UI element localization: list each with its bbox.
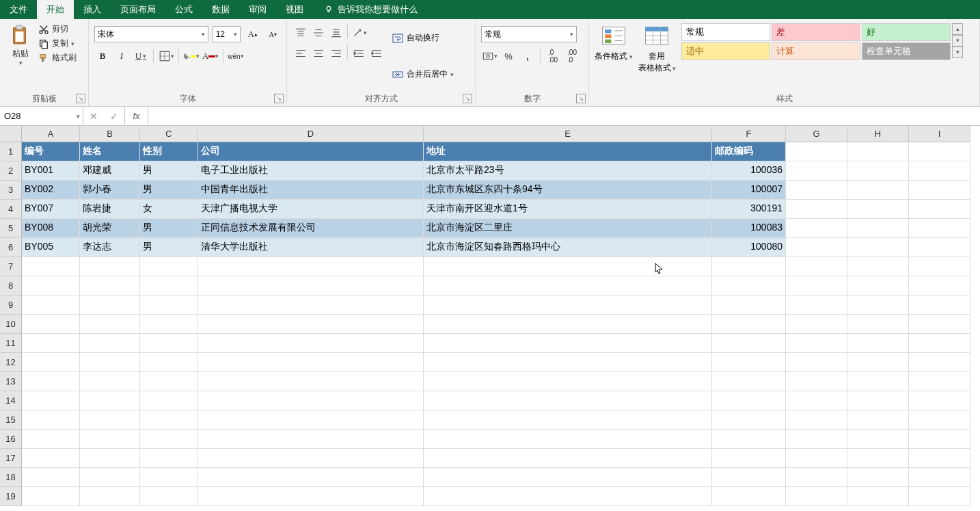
cell[interactable] <box>909 276 970 296</box>
cell[interactable] <box>847 181 909 200</box>
style-normal[interactable]: 常规 <box>681 23 770 41</box>
formula-input[interactable] <box>148 107 980 125</box>
cell[interactable]: 中国青年出版社 <box>198 181 424 200</box>
cell[interactable] <box>22 410 80 430</box>
name-box[interactable]: O28 ▾ <box>0 107 83 125</box>
valign-top-button[interactable] <box>292 25 309 41</box>
cell[interactable] <box>786 430 847 449</box>
cell[interactable] <box>22 315 80 334</box>
number-format-combo[interactable]: 常规▾ <box>481 26 577 42</box>
cell[interactable] <box>22 391 80 410</box>
cell[interactable] <box>424 315 712 334</box>
cell[interactable] <box>909 449 970 468</box>
cell[interactable]: 男 <box>140 219 198 238</box>
cell[interactable] <box>198 296 424 315</box>
cell[interactable] <box>712 315 786 334</box>
cell[interactable] <box>140 372 198 391</box>
cell[interactable] <box>80 334 140 353</box>
cell[interactable] <box>847 353 909 372</box>
conditional-format-button[interactable]: 条件格式 ▾ <box>595 23 633 62</box>
cell[interactable] <box>786 487 847 506</box>
cell[interactable] <box>198 315 424 334</box>
cell[interactable]: 男 <box>140 181 198 200</box>
cell[interactable] <box>909 487 970 506</box>
italic-button[interactable]: I <box>113 48 130 64</box>
dialog-launcher-align[interactable] <box>463 94 472 103</box>
cell[interactable] <box>786 200 847 219</box>
align-right-button[interactable] <box>328 45 344 62</box>
cell[interactable] <box>198 334 424 353</box>
cell[interactable] <box>140 468 198 487</box>
cell[interactable] <box>140 410 198 430</box>
cell[interactable] <box>786 410 847 430</box>
cell[interactable] <box>712 296 786 315</box>
cell[interactable] <box>786 142 847 161</box>
cell[interactable]: BY001 <box>22 161 80 181</box>
cell[interactable] <box>712 391 786 410</box>
style-check[interactable]: 检查单元格 <box>862 42 951 60</box>
cell[interactable]: 编号 <box>22 142 80 161</box>
cell[interactable]: 清华大学出版社 <box>198 238 424 257</box>
tab-layout[interactable]: 页面布局 <box>111 0 165 19</box>
cell[interactable] <box>140 334 198 353</box>
cell[interactable] <box>909 430 970 449</box>
cell[interactable] <box>786 315 847 334</box>
cell[interactable]: 公司 <box>198 142 424 161</box>
cut-button[interactable]: 剪切 <box>38 23 77 35</box>
cell[interactable] <box>424 391 712 410</box>
cell[interactable] <box>847 238 909 257</box>
tab-view[interactable]: 视图 <box>276 0 313 19</box>
cell[interactable] <box>786 372 847 391</box>
cell[interactable] <box>847 296 909 315</box>
cell[interactable]: 100036 <box>712 161 786 181</box>
cell[interactable] <box>786 161 847 181</box>
cell[interactable]: 天津市南开区迎水道1号 <box>424 200 712 219</box>
cell[interactable] <box>424 468 712 487</box>
row-header-15[interactable]: 15 <box>0 410 21 430</box>
cell[interactable] <box>140 449 198 468</box>
cell[interactable]: 电子工业出版社 <box>198 161 424 181</box>
cell[interactable] <box>22 487 80 506</box>
row-header-1[interactable]: 1 <box>0 142 21 161</box>
cell[interactable] <box>140 487 198 506</box>
col-header-D[interactable]: D <box>198 126 424 142</box>
cell[interactable]: 郭小春 <box>80 181 140 200</box>
row-header-3[interactable]: 3 <box>0 181 21 200</box>
row-header-11[interactable]: 11 <box>0 334 21 353</box>
align-left-button[interactable] <box>292 45 309 62</box>
cell[interactable] <box>909 161 970 181</box>
row-header-2[interactable]: 2 <box>0 161 21 181</box>
cell[interactable]: 胡光荣 <box>80 219 140 238</box>
row-header-6[interactable]: 6 <box>0 238 21 257</box>
cell[interactable]: 北京市海淀区知春路西格玛中心 <box>424 238 712 257</box>
fill-color-button[interactable]: ▾ <box>183 48 200 64</box>
cell[interactable]: 天津广播电视大学 <box>198 200 424 219</box>
cell[interactable] <box>786 391 847 410</box>
cell[interactable] <box>424 372 712 391</box>
cell[interactable]: 邮政编码 <box>712 142 786 161</box>
cell[interactable] <box>80 315 140 334</box>
cell[interactable] <box>424 487 712 506</box>
cell[interactable]: 女 <box>140 200 198 219</box>
cell[interactable] <box>80 487 140 506</box>
cell[interactable] <box>22 257 80 276</box>
cell[interactable] <box>909 296 970 315</box>
style-calc[interactable]: 计算 <box>772 42 860 60</box>
font-color-button[interactable]: A▾ <box>202 48 219 64</box>
cell[interactable] <box>198 276 424 296</box>
row-header-16[interactable]: 16 <box>0 430 21 449</box>
valign-mid-button[interactable] <box>310 25 327 41</box>
cell[interactable] <box>712 410 786 430</box>
style-scroll-down[interactable]: ▾ <box>952 35 963 47</box>
format-as-table-button[interactable]: 套用 表格格式 ▾ <box>638 23 677 74</box>
style-scroll-up[interactable]: ▴ <box>952 23 963 35</box>
row-header-7[interactable]: 7 <box>0 257 21 276</box>
cell[interactable] <box>786 334 847 353</box>
enter-formula-button[interactable]: ✓ <box>104 111 124 122</box>
cell[interactable] <box>140 315 198 334</box>
indent-dec-button[interactable] <box>351 45 367 62</box>
cell[interactable] <box>712 468 786 487</box>
cell[interactable] <box>80 468 140 487</box>
cell[interactable]: 北京市太平路23号 <box>424 161 712 181</box>
cell[interactable] <box>847 276 909 296</box>
